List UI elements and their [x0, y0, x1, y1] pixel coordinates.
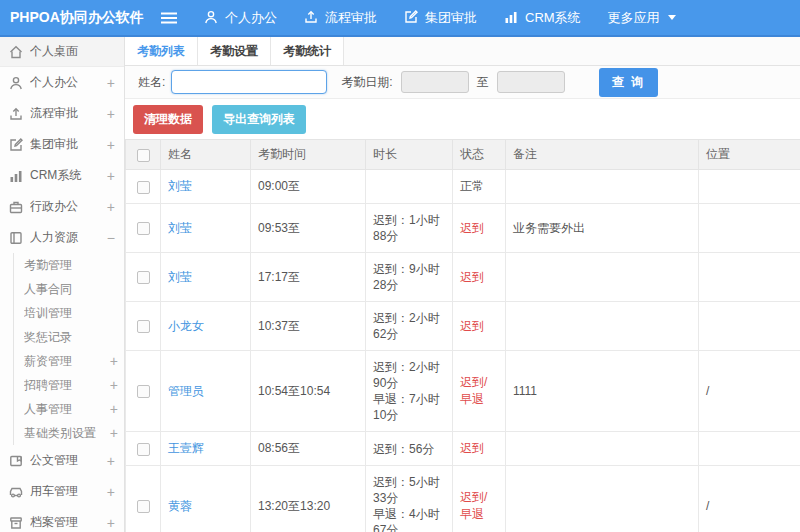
sidebar-item-vehicle-management[interactable]: 用车管理+ [0, 476, 124, 507]
car-icon [9, 485, 23, 499]
sidebar-subitem-personnel-management[interactable]: 人事管理+ [14, 397, 124, 421]
row-checkbox[interactable] [137, 500, 150, 513]
status-cell: 迟到 [453, 204, 506, 253]
sidebar-item-archive-management[interactable]: 档案管理+ [0, 507, 124, 532]
note-cell [506, 170, 699, 204]
employee-name-link[interactable]: 小龙女 [168, 319, 204, 333]
sidebar-item-personal-desktop[interactable]: 个人桌面 [0, 37, 124, 67]
location-cell: / [699, 466, 800, 532]
expand-icon[interactable]: + [107, 138, 115, 152]
row-checkbox[interactable] [137, 181, 150, 194]
sidebar-subitem-reward-punishment-record[interactable]: 奖惩记录 [14, 325, 124, 349]
attendance-table-wrap: 姓名考勤时间时长状态备注位置 刘莹09:00至正常刘莹09:53至迟到：1小时8… [125, 139, 800, 532]
name-label: 姓名: [138, 74, 165, 91]
export-list-button[interactable]: 导出查询列表 [212, 105, 306, 134]
clear-data-button[interactable]: 清理数据 [133, 105, 203, 134]
attendance-time-cell: 09:00至 [251, 170, 366, 204]
nav-item-personal-office[interactable]: 个人办公 [204, 9, 277, 27]
nav-item-crm-system[interactable]: CRM系统 [504, 9, 581, 27]
expand-icon[interactable]: + [107, 169, 115, 183]
row-checkbox[interactable] [137, 222, 150, 235]
note-cell [506, 432, 699, 466]
row-checkbox[interactable] [137, 443, 150, 456]
nav-item-workflow-approval[interactable]: 流程审批 [304, 9, 377, 27]
column-header: 姓名 [161, 140, 251, 170]
sidebar-item-personal-office[interactable]: 个人办公+ [0, 67, 124, 98]
expand-icon[interactable]: + [107, 76, 115, 90]
sidebar-subitem-basic-category-settings[interactable]: 基础类别设置+ [14, 421, 124, 445]
expand-icon[interactable]: + [110, 402, 118, 416]
note-cell: 业务需要外出 [506, 204, 699, 253]
expand-icon[interactable]: + [107, 200, 115, 214]
sidebar-subitem-salary-management[interactable]: 薪资管理+ [14, 349, 124, 373]
row-checkbox[interactable] [137, 385, 150, 398]
column-header: 备注 [506, 140, 699, 170]
sidebar-subitem-label: 奖惩记录 [24, 329, 118, 346]
attendance-date-label: 考勤日期: [341, 74, 392, 91]
hamburger-menu-icon[interactable] [158, 7, 180, 29]
employee-name-link[interactable]: 管理员 [168, 384, 204, 398]
archive-icon [9, 516, 23, 530]
app-window: PHPOA协同办公软件 个人办公流程审批集团审批CRM系统更多应用 个人桌面个人… [0, 0, 800, 532]
app-logo: PHPOA协同办公软件 [0, 9, 158, 27]
employee-name-link[interactable]: 王壹辉 [168, 441, 204, 455]
column-header: 位置 [699, 140, 800, 170]
query-button[interactable]: 查 询 [599, 68, 658, 97]
sidebar-item-admin-office[interactable]: 行政办公+ [0, 191, 124, 222]
attendance-time-cell: 09:53至 [251, 204, 366, 253]
expand-icon[interactable]: + [110, 354, 118, 368]
sidebar: 个人桌面个人办公+流程审批+集团审批+CRM系统+行政办公+人力资源−考勤管理人… [0, 37, 125, 532]
duration-cell: 迟到：56分 [366, 432, 453, 466]
row-checkbox[interactable] [137, 320, 150, 333]
status-cell: 迟到 [453, 432, 506, 466]
select-all-checkbox[interactable] [137, 149, 150, 162]
date-from-input[interactable] [401, 71, 469, 93]
row-checkbox[interactable] [137, 271, 150, 284]
action-buttons: 清理数据 导出查询列表 [125, 99, 800, 139]
expand-icon[interactable]: + [110, 378, 118, 392]
column-header: 时长 [366, 140, 453, 170]
sidebar-subitem-recruitment-management[interactable]: 招聘管理+ [14, 373, 124, 397]
date-to-input[interactable] [497, 71, 565, 93]
sidebar-subitem-personnel-contract[interactable]: 人事合同 [14, 277, 124, 301]
sidebar-item-workflow-approval[interactable]: 流程审批+ [0, 98, 124, 129]
expand-icon[interactable]: + [107, 454, 115, 468]
status-badge: 迟到 [460, 270, 484, 284]
tab-attendance-list[interactable]: 考勤列表 [125, 37, 198, 65]
column-header: 状态 [453, 140, 506, 170]
sidebar-item-label: 流程审批 [30, 105, 103, 122]
expand-icon[interactable]: + [107, 516, 115, 530]
duration-cell: 迟到：5小时33分早退：4小时67分 [366, 466, 453, 532]
table-row: 刘莹09:53至迟到：1小时88分迟到业务需要外出 [126, 204, 800, 253]
sidebar-subitem-attendance-management[interactable]: 考勤管理 [14, 253, 124, 277]
sidebar-subitem-label: 人事管理 [24, 401, 106, 418]
sidebar-subitem-training-management[interactable]: 培训管理 [14, 301, 124, 325]
employee-name-link[interactable]: 黄蓉 [168, 499, 192, 513]
status-cell: 正常 [453, 170, 506, 204]
nav-item-group-approval[interactable]: 集团审批 [404, 9, 477, 27]
nav-item-more-apps[interactable]: 更多应用 [608, 9, 676, 27]
book-icon [9, 231, 23, 245]
employee-name-link[interactable]: 刘莹 [168, 221, 192, 235]
tab-attendance-stats[interactable]: 考勤统计 [271, 37, 344, 65]
sidebar-subitem-label: 招聘管理 [24, 377, 106, 394]
employee-name-link[interactable]: 刘莹 [168, 270, 192, 284]
expand-icon[interactable]: + [110, 426, 118, 440]
expand-icon[interactable]: + [107, 107, 115, 121]
status-badge: 迟到/早退 [460, 490, 487, 521]
sidebar-item-human-resources[interactable]: 人力资源− [0, 222, 124, 253]
location-cell [699, 204, 800, 253]
caret-down-icon [668, 15, 676, 20]
expand-icon[interactable]: + [107, 485, 115, 499]
sidebar-item-group-approval[interactable]: 集团审批+ [0, 129, 124, 160]
name-input[interactable] [171, 70, 327, 94]
duration-cell: 迟到：2小时90分早退：7小时10分 [366, 351, 453, 432]
user-icon [9, 76, 23, 90]
collapse-icon[interactable]: − [107, 231, 115, 245]
sidebar-item-document-management[interactable]: 公文管理+ [0, 445, 124, 476]
search-form: 姓名: 考勤日期: 至 查 询 [125, 66, 800, 99]
employee-name-link[interactable]: 刘莹 [168, 179, 192, 193]
sidebar-item-crm-system[interactable]: CRM系统+ [0, 160, 124, 191]
attendance-time-cell: 13:20至13:20 [251, 466, 366, 532]
tab-attendance-settings[interactable]: 考勤设置 [198, 37, 271, 65]
